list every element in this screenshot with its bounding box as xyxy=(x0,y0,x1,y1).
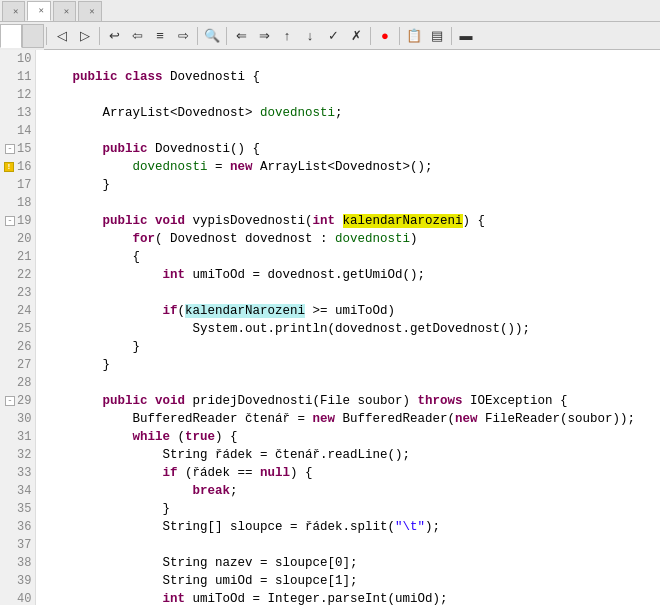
code-line: for( Dovednost dovednost : dovednosti) xyxy=(42,230,660,248)
gutter-line: !16 xyxy=(4,158,31,176)
gutter-line: 39 xyxy=(4,572,31,590)
line-number: 40 xyxy=(17,590,31,605)
gutter-line: 21 xyxy=(4,248,31,266)
back-btn[interactable]: ◁ xyxy=(51,26,73,46)
code-line: System.out.println(dovednost.getDovednos… xyxy=(42,320,660,338)
gutter-line: 10 xyxy=(4,50,31,68)
gutter-line: 31 xyxy=(4,428,31,446)
line-number: 14 xyxy=(17,122,31,140)
line-number: 23 xyxy=(17,284,31,302)
line-number: 12 xyxy=(17,86,31,104)
gutter-line: -15 xyxy=(4,140,31,158)
line-number: 32 xyxy=(17,446,31,464)
line-number: 18 xyxy=(17,194,31,212)
next2-btn[interactable]: ↓ xyxy=(299,26,321,46)
fold-icon[interactable]: - xyxy=(5,216,15,226)
line-number: 24 xyxy=(17,302,31,320)
gutter-line: 32 xyxy=(4,446,31,464)
close-icon[interactable]: ✕ xyxy=(89,6,94,17)
line-number: 35 xyxy=(17,500,31,518)
gutter-line: 11 xyxy=(4,68,31,86)
forward-btn[interactable]: ▷ xyxy=(74,26,96,46)
line-number: 27 xyxy=(17,356,31,374)
tab-rocnikovy[interactable]: ✕ xyxy=(53,1,76,21)
remove-mark-btn[interactable]: ✗ xyxy=(345,26,367,46)
gutter-line: 30 xyxy=(4,410,31,428)
line-number: 26 xyxy=(17,338,31,356)
prev-btn[interactable]: ⇐ xyxy=(230,26,252,46)
next-btn[interactable]: ⇒ xyxy=(253,26,275,46)
stop-btn[interactable]: ● xyxy=(374,26,396,46)
code-line xyxy=(42,86,660,104)
close-icon[interactable]: ✕ xyxy=(64,6,69,17)
line-number: 36 xyxy=(17,518,31,536)
nav-btn2[interactable]: ≡ xyxy=(149,26,171,46)
tab-bar: ✕ ✕ ✕ ✕ xyxy=(0,0,660,22)
gutter-line: 14 xyxy=(4,122,31,140)
gutter-line: 35 xyxy=(4,500,31,518)
code-line: int umiToOd = dovednost.getUmiOd(); xyxy=(42,266,660,284)
history-button[interactable] xyxy=(22,24,44,48)
line-number: 16 xyxy=(17,158,31,176)
fold-icon[interactable]: - xyxy=(5,144,15,154)
gutter-line: 17 xyxy=(4,176,31,194)
close-icon[interactable]: ✕ xyxy=(13,6,18,17)
gutter-line: 12 xyxy=(4,86,31,104)
zoom-in-btn[interactable]: 🔍 xyxy=(201,26,223,46)
editor-area: 1011121314-15!161718-1920212223242526272… xyxy=(0,50,660,605)
gutter-line: 24 xyxy=(4,302,31,320)
code-line xyxy=(42,194,660,212)
code-line: String umiOd = sloupce[1]; xyxy=(42,572,660,590)
line-number: 29 xyxy=(17,392,31,410)
code-line xyxy=(42,122,660,140)
code-line xyxy=(42,50,660,68)
line-number: 21 xyxy=(17,248,31,266)
prev2-btn[interactable]: ↑ xyxy=(276,26,298,46)
line-number: 30 xyxy=(17,410,31,428)
code-line: String řádek = čtenář.readLine(); xyxy=(42,446,660,464)
code-line: String[] sloupce = řádek.split("\t"); xyxy=(42,518,660,536)
tab-dovednosti-2[interactable]: ✕ xyxy=(27,1,50,21)
fold-icon[interactable]: - xyxy=(5,396,15,406)
code-area: public class Dovednosti { ArrayList<Dove… xyxy=(36,50,660,605)
warning-icon: ! xyxy=(4,162,14,172)
line-number: 17 xyxy=(17,176,31,194)
nav-btn1[interactable]: ⇦ xyxy=(126,26,148,46)
mark-btn[interactable]: ✓ xyxy=(322,26,344,46)
code-line: } xyxy=(42,176,660,194)
last-edit-btn[interactable]: ↩ xyxy=(103,26,125,46)
code-line: int umiToOd = Integer.parseInt(umiOd); xyxy=(42,590,660,605)
code-line xyxy=(42,284,660,302)
code-line: if(kalendarNarozeni >= umiToOd) xyxy=(42,302,660,320)
gutter-line: 13 xyxy=(4,104,31,122)
code-line: } xyxy=(42,500,660,518)
code-line: public void vypisDovednosti(int kalendar… xyxy=(42,212,660,230)
gutter-line: 34 xyxy=(4,482,31,500)
source-button[interactable] xyxy=(0,24,22,48)
gutter-line: 38 xyxy=(4,554,31,572)
task2-btn[interactable]: ▤ xyxy=(426,26,448,46)
code-line: BufferedReader čtenář = new BufferedRead… xyxy=(42,410,660,428)
console-btn[interactable]: ▬ xyxy=(455,26,477,46)
line-number: 33 xyxy=(17,464,31,482)
gutter-line: 22 xyxy=(4,266,31,284)
code-line xyxy=(42,536,660,554)
code-line: public void pridejDovednosti(File soubor… xyxy=(42,392,660,410)
gutter-line: 28 xyxy=(4,374,31,392)
code-line: while (true) { xyxy=(42,428,660,446)
line-number: 13 xyxy=(17,104,31,122)
nav-btn3[interactable]: ⇨ xyxy=(172,26,194,46)
line-number: 37 xyxy=(17,536,31,554)
line-numbers: 1011121314-15!161718-1920212223242526272… xyxy=(0,50,36,605)
tab-dovednosti-1[interactable]: ✕ xyxy=(2,1,25,21)
code-line: { xyxy=(42,248,660,266)
code-line: ArrayList<Dovednost> dovednosti; xyxy=(42,104,660,122)
gutter-line: 25 xyxy=(4,320,31,338)
tab-datumacas[interactable]: ✕ xyxy=(78,1,101,21)
line-number: 28 xyxy=(17,374,31,392)
close-icon[interactable]: ✕ xyxy=(38,5,43,16)
line-number: 19 xyxy=(17,212,31,230)
code-line: } xyxy=(42,356,660,374)
line-number: 25 xyxy=(17,320,31,338)
task-btn[interactable]: 📋 xyxy=(403,26,425,46)
